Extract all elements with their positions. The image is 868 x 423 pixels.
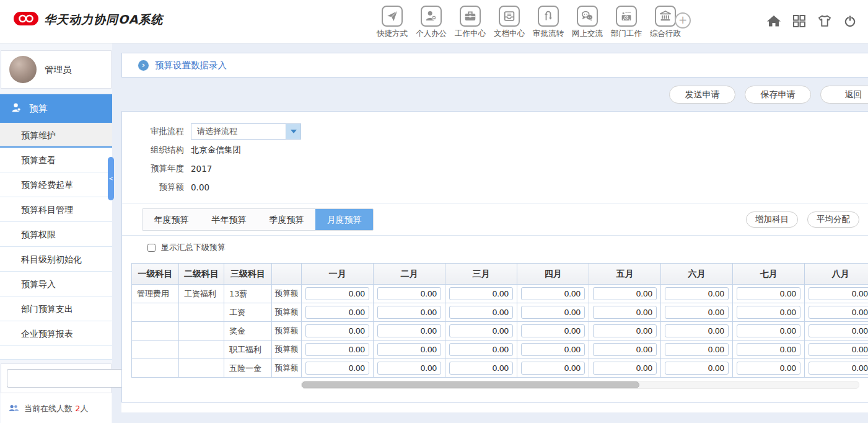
budget-amount-input[interactable] [809,306,868,319]
summary-checkbox-row: 显示汇总下级预算 [122,236,868,259]
budget-amount-input[interactable] [593,343,657,356]
topnav-item[interactable]: 部门工作 [610,6,643,39]
sidebar-item[interactable]: 预算查看 [0,148,112,172]
grid-icon[interactable] [791,13,807,29]
budget-amount-input[interactable] [377,287,441,300]
topnav-item[interactable]: 工作中心 [454,6,487,39]
budget-amount-input[interactable] [665,287,729,300]
department-building-icon [616,6,637,27]
sidebar-collapse-handle[interactable]: < [108,157,114,200]
table-cell-month [805,322,868,341]
topnav-item-label: 文档中心 [494,29,525,39]
theme-shirt-icon[interactable] [817,13,833,29]
month-column-header: 三月 [445,264,517,285]
budget-amount-input[interactable] [521,306,585,319]
power-icon[interactable] [842,13,858,29]
sidebar-item[interactable]: 预算科目管理 [0,197,112,222]
horizontal-scrollbar-thumb[interactable] [302,381,639,388]
month-column-header: 二月 [374,264,445,285]
approval-flow-select[interactable]: 请选择流程 [191,123,301,140]
table-cell-month [517,285,589,303]
budget-amount-input[interactable] [521,287,585,300]
plus-circle-icon[interactable]: + [675,12,691,29]
budget-amount-input[interactable] [665,306,729,319]
budget-amount-input[interactable] [737,287,800,300]
budget-amount-input[interactable] [521,324,585,337]
period-tab[interactable]: 月度预算 [315,209,373,230]
budget-amount-input[interactable] [377,362,441,375]
period-tab[interactable]: 半年预算 [200,209,258,230]
topnav-item[interactable]: 快捷方式 [375,6,409,39]
sidebar-menu-header-budget[interactable]: 预算 [0,94,112,123]
budget-amount-input[interactable] [665,362,729,375]
chevron-down-icon[interactable] [286,124,300,139]
sidebar-item[interactable]: 预算经费起草 [0,172,112,197]
budget-amount-input[interactable] [305,287,369,300]
table-cell-month [517,341,589,359]
table-cell-month [733,285,805,303]
month-column-header: 四月 [517,264,589,285]
budget-amount-input[interactable] [377,306,441,319]
table-cell-level2 [179,359,224,378]
budget-amount-input[interactable] [449,362,513,375]
budget-amount-input[interactable] [809,287,868,300]
budget-amount-input[interactable] [377,343,441,356]
budget-amount-input[interactable] [449,343,513,356]
budget-amount-input[interactable] [737,343,800,356]
sidebar-item[interactable]: 预算维护 [0,123,112,148]
action-button[interactable]: 返回 [820,86,868,104]
table-row: 工资预算额 [132,303,868,322]
budget-amount-input[interactable] [305,324,369,337]
select-value: 请选择流程 [191,124,286,139]
form-label: 组织结构 [122,145,184,156]
table-cell-month [661,322,733,341]
topnav-item[interactable]: 审批流转 [532,6,565,39]
budget-amount-input[interactable] [737,362,800,375]
budget-amount-input[interactable] [737,306,800,319]
budget-amount-input[interactable] [593,362,657,375]
home-icon[interactable] [766,13,782,29]
budget-amount-input[interactable] [305,306,369,319]
budget-amount-input[interactable] [521,343,585,356]
sidebar-item[interactable]: 科目级别初始化 [0,247,112,272]
budget-amount-input[interactable] [593,306,657,319]
topnav-item[interactable]: 个人办公 [414,6,448,39]
search-input[interactable] [7,369,125,388]
budget-amount-input[interactable] [521,362,585,375]
table-cell-month [733,359,805,378]
user-avatar[interactable] [9,56,37,83]
show-summary-checkbox[interactable] [147,244,156,252]
form-label: 预算年度 [122,163,184,174]
table-action-button[interactable]: 平均分配 [807,212,859,228]
budget-amount-input[interactable] [665,343,729,356]
budget-amount-input[interactable] [593,324,657,337]
show-summary-label[interactable]: 显示汇总下级预算 [161,242,226,253]
table-cell-month [302,322,374,341]
budget-amount-input[interactable] [449,287,513,300]
period-tab[interactable]: 年度预算 [142,209,200,230]
budget-amount-input[interactable] [305,343,369,356]
budget-amount-input[interactable] [449,324,513,337]
sidebar-item[interactable]: 预算导入 [0,272,112,296]
budget-amount-input[interactable] [737,324,800,337]
period-tab[interactable]: 季度预算 [258,209,315,230]
budget-amount-input[interactable] [593,287,657,300]
budget-amount-input[interactable] [809,362,868,375]
sidebar-item[interactable]: 预算权限 [0,222,112,247]
budget-amount-input[interactable] [665,324,729,337]
horizontal-scrollbar-track[interactable] [301,381,859,389]
action-button[interactable]: 发送申请 [669,86,735,104]
sidebar-item[interactable]: 部门预算支出 [0,296,112,321]
budget-amount-input[interactable] [809,343,868,356]
budget-amount-input[interactable] [377,324,441,337]
budget-amount-input[interactable] [449,306,513,319]
topnav-item[interactable]: 文档中心 [493,6,526,39]
table-cell-level3: 五险一金 [224,359,272,378]
budget-amount-input[interactable] [809,324,868,337]
table-action-button[interactable]: 增加科目 [746,212,798,228]
budget-amount-input[interactable] [305,362,369,375]
online-users-label: 当前在线人数 [24,404,72,413]
action-button[interactable]: 保存申请 [745,86,811,104]
topnav-item[interactable]: 网上交流 [571,6,604,39]
sidebar-item[interactable]: 企业预算报表 [0,321,112,346]
